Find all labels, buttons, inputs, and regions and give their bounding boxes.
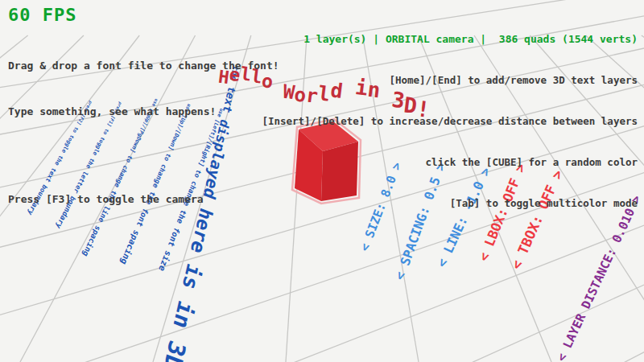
help-line: Drag & drop a font file to change the fo…	[8, 58, 279, 73]
help-line: [Insert]/[Delete] to increase/decrease d…	[262, 114, 638, 128]
spacer	[8, 150, 279, 161]
left-instructions: Drag & drop a font file to change the fo…	[8, 27, 279, 222]
help-line: Press [F3] to toggle the camera	[8, 191, 279, 207]
right-hud: 1 layer(s) | ORBITAL camera | 386 quads …	[262, 5, 638, 224]
help-line: [Tab] to toggle multicolor mode	[262, 196, 638, 210]
help-line: [Home]/[End] to add/remove 3D text layer…	[262, 73, 638, 87]
help-line: Type something, see what happens!	[8, 104, 279, 119]
fps-counter: 60 FPS	[8, 5, 76, 25]
status-line: 1 layer(s) | ORBITAL camera | 386 quads …	[262, 32, 638, 46]
help-line: click the [CUBE] for a random color	[262, 155, 638, 169]
